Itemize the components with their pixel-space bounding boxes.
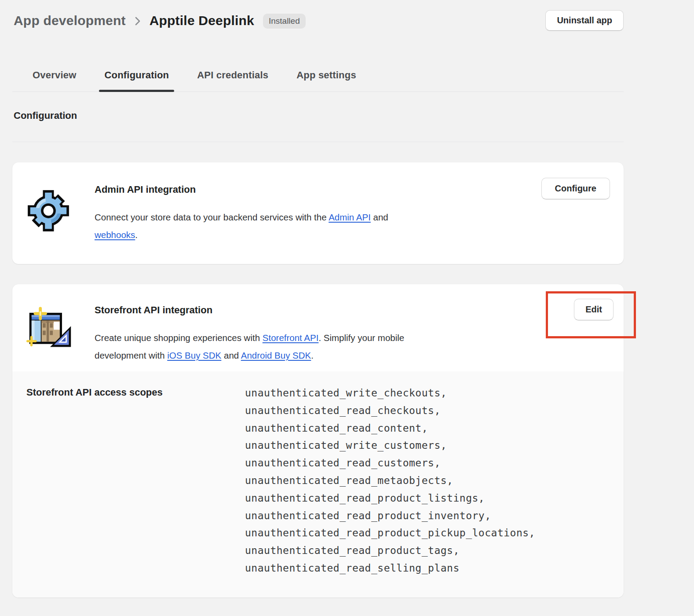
ios-buy-sdk-link[interactable]: iOS Buy SDK xyxy=(167,350,221,360)
edit-button[interactable]: Edit xyxy=(574,299,614,320)
storefront-api-card: Storefront API integration Create unique… xyxy=(12,284,624,598)
scope-line: unauthenticated_read_content, xyxy=(245,420,535,437)
admin-api-link[interactable]: Admin API xyxy=(329,212,371,222)
section-title-configuration: Configuration xyxy=(14,110,624,121)
page-content: App development Apptile Deeplink Install… xyxy=(12,0,624,598)
tab-api-credentials[interactable]: API credentials xyxy=(192,59,274,92)
scope-line: unauthenticated_write_checkouts, xyxy=(245,385,535,402)
storefront-api-link[interactable]: Storefront API xyxy=(263,333,319,343)
tab-bar: Overview Configuration API credentials A… xyxy=(12,59,624,92)
admin-card-description: Connect your store data to your backend … xyxy=(95,209,388,244)
chevron-right-icon xyxy=(134,15,142,27)
storefront-icon xyxy=(26,298,95,371)
breadcrumb-app-development[interactable]: App development xyxy=(14,13,126,28)
uninstall-app-button[interactable]: Uninstall app xyxy=(545,10,624,31)
scope-line: unauthenticated_read_customers, xyxy=(245,455,535,472)
gear-icon xyxy=(26,177,95,264)
scope-line: unauthenticated_read_metaobjects, xyxy=(245,472,535,490)
installed-status-badge: Installed xyxy=(263,14,306,29)
storefront-card-description: Create unique shopping experiences with … xyxy=(95,329,404,364)
android-buy-sdk-link[interactable]: Android Buy SDK xyxy=(241,350,311,360)
scope-line: unauthenticated_read_product_listings, xyxy=(245,490,535,507)
scope-line: unauthenticated_read_product_inventory, xyxy=(245,507,535,525)
scope-line: unauthenticated_read_selling_plans xyxy=(245,560,535,577)
storefront-card-title: Storefront API integration xyxy=(95,298,404,316)
page-header: App development Apptile Deeplink Install… xyxy=(12,0,624,32)
tab-app-settings[interactable]: App settings xyxy=(291,59,362,92)
webhooks-link[interactable]: webhooks xyxy=(95,230,135,240)
scope-line: unauthenticated_read_product_tags, xyxy=(245,542,535,560)
scope-line: unauthenticated_read_product_pickup_loca… xyxy=(245,524,535,542)
scopes-label: Storefront API access scopes xyxy=(26,385,245,577)
breadcrumb: App development Apptile Deeplink Install… xyxy=(12,13,306,29)
scope-line: unauthenticated_read_checkouts, xyxy=(245,402,535,420)
section-divider xyxy=(12,142,624,142)
storefront-scopes-section: Storefront API access scopes unauthentic… xyxy=(12,371,624,598)
admin-card-title: Admin API integration xyxy=(95,177,388,195)
tab-overview[interactable]: Overview xyxy=(27,59,81,92)
configure-button[interactable]: Configure xyxy=(541,178,610,199)
tab-configuration[interactable]: Configuration xyxy=(99,59,174,92)
page-title: Apptile Deeplink xyxy=(150,13,254,28)
admin-api-card: Admin API integration Connect your store… xyxy=(12,162,624,264)
scope-line: unauthenticated_write_customers, xyxy=(245,437,535,455)
scopes-list: unauthenticated_write_checkouts,unauthen… xyxy=(245,385,535,577)
